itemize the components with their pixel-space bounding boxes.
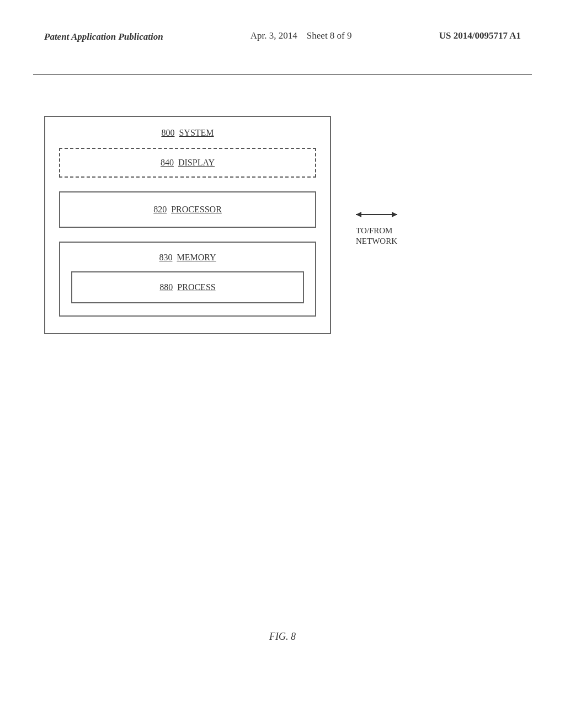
- display-box: 840 DISPLAY: [59, 148, 316, 178]
- processor-label: 820 PROCESSOR: [71, 205, 304, 215]
- processor-box: 820 PROCESSOR: [59, 191, 316, 228]
- processor-text: PROCESSOR: [171, 205, 222, 214]
- process-box: 880 PROCESS: [71, 271, 304, 303]
- process-number: 880: [159, 282, 173, 292]
- sheet-info: Sheet 8 of 9: [307, 30, 352, 41]
- system-text: SYSTEM: [179, 128, 214, 137]
- figure-label: FIG. 8: [0, 631, 565, 643]
- display-text: DISPLAY: [178, 158, 215, 167]
- system-box: 800 SYSTEM 840 DISPLAY 820 PROCESSOR: [44, 116, 331, 334]
- memory-box: 830 MEMORY 880 PROCESS: [59, 242, 316, 317]
- svg-marker-1: [356, 212, 361, 217]
- patent-number: US 2014/0095717 A1: [439, 30, 521, 41]
- svg-marker-2: [392, 212, 397, 217]
- memory-number: 830: [159, 253, 172, 262]
- process-label: 880 PROCESS: [83, 282, 292, 292]
- network-connector: TO/FROM NETWORK: [353, 204, 419, 247]
- publication-date: Apr. 3, 2014: [250, 30, 297, 41]
- diagram-area: 800 SYSTEM 840 DISPLAY 820 PROCESSOR: [44, 116, 521, 334]
- network-label: TO/FROM NETWORK: [356, 226, 397, 247]
- page: Patent Application Publication Apr. 3, 2…: [0, 0, 565, 728]
- display-label: 840 DISPLAY: [71, 158, 304, 168]
- system-number: 800: [161, 128, 174, 137]
- header-center: Apr. 3, 2014 Sheet 8 of 9: [250, 30, 352, 41]
- processor-number: 820: [153, 205, 167, 214]
- process-text: PROCESS: [177, 282, 215, 292]
- header-divider: [33, 74, 532, 75]
- publication-title: Patent Application Publication: [44, 30, 163, 44]
- memory-text: MEMORY: [177, 253, 216, 262]
- display-number: 840: [161, 158, 174, 167]
- memory-label: 830 MEMORY: [71, 253, 304, 263]
- system-label: 800 SYSTEM: [59, 128, 316, 138]
- header: Patent Application Publication Apr. 3, 2…: [0, 30, 565, 44]
- network-arrow-svg: [353, 204, 419, 226]
